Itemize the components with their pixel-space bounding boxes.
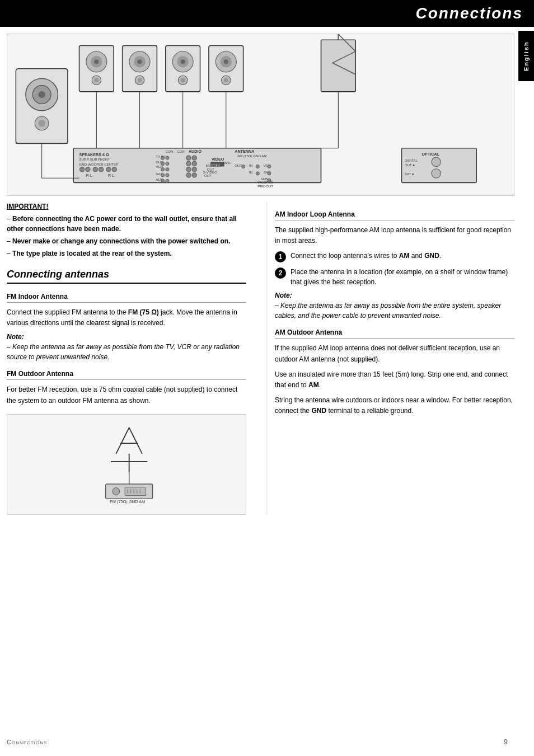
fm-outdoor-body: For better FM reception, use a 75 ohm co… — [7, 384, 246, 406]
svg-point-16 — [137, 59, 142, 64]
svg-point-28 — [224, 59, 228, 64]
svg-point-92 — [166, 173, 169, 177]
svg-point-53 — [192, 156, 196, 160]
svg-text:R    L: R L — [108, 173, 114, 178]
svg-point-85 — [161, 156, 165, 159]
fm-indoor-heading: FM Indoor Antenna — [7, 293, 246, 303]
fm-outdoor-diagram: FM (75Ω) GND AM — [7, 414, 246, 515]
svg-point-117 — [113, 488, 120, 495]
important-point-3: – The type plate is located at the rear … — [7, 248, 246, 259]
svg-point-94 — [166, 179, 169, 182]
svg-point-24 — [181, 78, 185, 82]
svg-text:ANTENNA: ANTENNA — [235, 149, 254, 154]
important-point-1: – Before connecting the AC power cord to… — [7, 214, 246, 234]
svg-point-86 — [166, 156, 169, 159]
svg-text:OUT ●: OUT ● — [405, 163, 415, 167]
fm-indoor-note-label: Note: — [7, 333, 246, 341]
svg-point-59 — [192, 173, 196, 177]
svg-text:SURR    SUB    FRONT: SURR SUB FRONT — [79, 157, 110, 161]
am-indoor-note-label: Note: — [275, 292, 514, 299]
main-diagram: SPEAKERS 6 Ω SURR SUB FRONT GND WOOFER C… — [7, 34, 514, 196]
step-2-number: 2 — [275, 267, 286, 279]
svg-point-5 — [38, 120, 45, 126]
svg-line-111 — [129, 428, 142, 454]
svg-point-57 — [192, 167, 196, 172]
svg-point-41 — [80, 167, 85, 172]
am-indoor-heading: AM Indoor Loop Antenna — [275, 210, 514, 220]
svg-point-88 — [166, 162, 169, 165]
svg-point-30 — [224, 78, 228, 82]
svg-text:MONITOR: MONITOR — [206, 163, 223, 167]
svg-text:VIDEO: VIDEO — [212, 157, 224, 162]
svg-point-58 — [186, 173, 191, 177]
fm-indoor-body: Connect the supplied FM antenna to the F… — [7, 307, 246, 328]
svg-point-71 — [432, 169, 441, 178]
svg-text:OUT: OUT — [235, 163, 242, 167]
fm-indoor-note: – Keep the antenna as far away as possib… — [7, 342, 246, 362]
connecting-antennas-heading: Connecting antennas — [7, 269, 246, 284]
step-1-number: 1 — [275, 251, 286, 262]
fm-outdoor-heading: FM Outdoor Antenna — [7, 370, 246, 380]
important-text: – Before connecting the AC power cord to… — [7, 214, 246, 259]
am-outdoor-body2: Use an insulated wire more than 15 feet … — [275, 369, 514, 391]
important-title: IMPORTANT! — [7, 203, 246, 210]
am-indoor-step-1: 1 Connect the loop antenna's wires to AM… — [275, 251, 514, 262]
svg-point-52 — [186, 156, 191, 160]
svg-point-55 — [192, 161, 196, 166]
svg-text:IN: IN — [249, 170, 252, 174]
svg-point-105 — [256, 165, 259, 168]
svg-point-44 — [99, 167, 103, 172]
page-footer: Connections 9 — [0, 738, 514, 746]
left-column: IMPORTANT! – Before connecting the AC po… — [7, 203, 255, 515]
svg-text:DVD: DVD — [223, 161, 231, 165]
am-outdoor-body3: String the antenna wire outdoors or indo… — [275, 395, 514, 416]
svg-text:OUT: OUT — [204, 173, 212, 177]
svg-text:SAT ●: SAT ● — [405, 172, 414, 176]
page-title: Connections — [0, 0, 534, 27]
svg-point-10 — [94, 59, 99, 64]
step-1-text: Connect the loop antenna's wires to AM a… — [291, 251, 514, 261]
svg-point-91 — [161, 173, 165, 177]
svg-point-3 — [38, 91, 45, 98]
svg-point-109 — [242, 165, 245, 168]
svg-text:IN: IN — [249, 163, 252, 167]
svg-point-87 — [161, 162, 165, 165]
svg-point-101 — [268, 172, 271, 175]
svg-point-106 — [256, 172, 259, 175]
svg-point-22 — [181, 59, 185, 64]
svg-rect-118 — [125, 487, 146, 496]
am-indoor-step-2: 2 Place the antenna in a location (for e… — [275, 267, 514, 287]
svg-point-56 — [186, 167, 191, 172]
step-2-text: Place the antenna in a location (for exa… — [291, 267, 514, 287]
svg-point-54 — [186, 161, 191, 166]
svg-point-18 — [137, 78, 142, 82]
am-outdoor-body1: If the supplied AM loop antenna does not… — [275, 343, 514, 364]
important-section: IMPORTANT! – Before connecting the AC po… — [7, 203, 246, 259]
svg-text:PRE-OUT: PRE-OUT — [257, 184, 273, 188]
am-outdoor-heading: AM Outdoor Antenna — [275, 328, 514, 339]
svg-text:DIGITAL: DIGITAL — [405, 158, 418, 162]
svg-text:CDR: CDR — [177, 149, 185, 153]
svg-text:OPTICAL: OPTICAL — [421, 152, 439, 157]
footer-section-label: Connections — [7, 739, 47, 745]
am-indoor-body: The supplied high-performance AM loop an… — [275, 225, 514, 246]
svg-text:AUDIO: AUDIO — [189, 149, 202, 154]
svg-point-100 — [268, 165, 271, 168]
svg-text:OUT: OUT — [207, 167, 214, 171]
content-area: IMPORTANT! – Before connecting the AC po… — [7, 203, 514, 515]
svg-text:SPEAKERS 6 Ω: SPEAKERS 6 Ω — [79, 152, 110, 157]
svg-point-69 — [432, 157, 441, 166]
svg-line-110 — [116, 428, 129, 454]
side-tab-english: English — [518, 31, 534, 81]
important-point-2: – Never make or change any connections w… — [7, 236, 246, 246]
svg-text:CON: CON — [166, 149, 174, 153]
footer-page-number: 9 — [504, 738, 508, 746]
svg-point-90 — [166, 168, 169, 171]
svg-point-43 — [93, 167, 97, 172]
svg-point-89 — [161, 168, 165, 171]
svg-text:FM (75Ω)  GND  AM: FM (75Ω) GND AM — [237, 154, 266, 158]
svg-text:R    L: R L — [86, 173, 92, 178]
svg-point-45 — [106, 167, 111, 172]
svg-point-42 — [86, 167, 90, 172]
svg-point-46 — [112, 167, 116, 172]
